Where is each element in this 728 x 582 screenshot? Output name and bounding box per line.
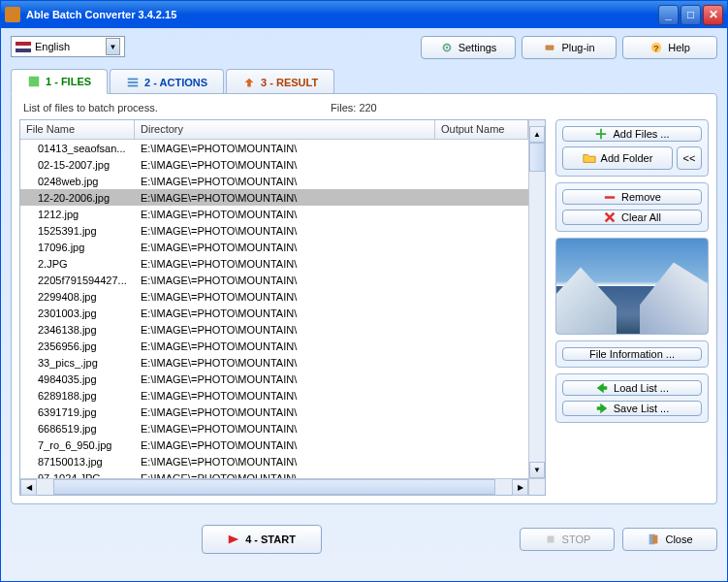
- expand-button[interactable]: <<: [677, 146, 702, 170]
- table-row[interactable]: 6686519.jpgE:\IMAGE\=PHOTO\MOUNTAIN\: [20, 420, 528, 436]
- minus-icon: [603, 190, 617, 204]
- svg-point-1: [445, 47, 448, 49]
- actions-icon: [126, 76, 140, 89]
- plus-icon: [594, 127, 608, 141]
- table-row[interactable]: 17096.jpgE:\IMAGE\=PHOTO\MOUNTAIN\: [20, 239, 528, 255]
- app-icon: [5, 7, 20, 22]
- table-row[interactable]: 6391719.jpgE:\IMAGE\=PHOTO\MOUNTAIN\: [20, 404, 528, 420]
- table-row[interactable]: 7_ro_6_950.jpgE:\IMAGE\=PHOTO\MOUNTAIN\: [20, 436, 528, 453]
- table-row[interactable]: 2356956.jpgE:\IMAGE\=PHOTO\MOUNTAIN\: [20, 338, 528, 354]
- cell-output: [435, 461, 528, 463]
- table-body[interactable]: 01413_seaofsan...E:\IMAGE\=PHOTO\MOUNTAI…: [20, 140, 528, 478]
- cell-output: [435, 263, 528, 265]
- cell-filename: 2356956.jpg: [20, 340, 135, 353]
- table-row[interactable]: 6289188.jpgE:\IMAGE\=PHOTO\MOUNTAIN\: [20, 387, 528, 404]
- svg-rect-10: [605, 196, 616, 199]
- tab-result[interactable]: 3 - RESULT: [226, 69, 334, 94]
- cell-filename: 2299408.jpg: [20, 290, 135, 304]
- language-select[interactable]: English ▼: [11, 36, 125, 57]
- help-button[interactable]: ? Help: [622, 36, 717, 59]
- maximize-button[interactable]: □: [681, 5, 701, 25]
- minimize-button[interactable]: _: [658, 5, 679, 25]
- clear-all-button[interactable]: Clear All: [562, 210, 702, 225]
- close-button[interactable]: Close: [622, 528, 717, 551]
- plugin-button[interactable]: Plug-in: [522, 36, 617, 59]
- col-directory[interactable]: Directory: [135, 120, 435, 139]
- table-row[interactable]: 2301003.jpgE:\IMAGE\=PHOTO\MOUNTAIN\: [20, 305, 528, 321]
- table-row[interactable]: 01413_seaofsan...E:\IMAGE\=PHOTO\MOUNTAI…: [20, 140, 528, 156]
- col-filename[interactable]: File Name: [20, 120, 135, 139]
- settings-label: Settings: [459, 42, 497, 53]
- table-row[interactable]: 1212.jpgE:\IMAGE\=PHOTO\MOUNTAIN\: [20, 206, 528, 222]
- close-window-button[interactable]: ✕: [703, 5, 723, 25]
- scroll-thumb[interactable]: [529, 143, 545, 172]
- add-folder-button[interactable]: Add Folder: [562, 146, 673, 170]
- cell-filename: 4984035.jpg: [20, 372, 135, 386]
- tab-files-label: 1 - FILES: [46, 76, 91, 87]
- add-folder-label: Add Folder: [601, 152, 653, 164]
- svg-text:?: ?: [653, 43, 659, 53]
- load-list-button[interactable]: Load List ...: [562, 380, 702, 396]
- table-row[interactable]: 0248web.jpgE:\IMAGE\=PHOTO\MOUNTAIN\: [20, 173, 528, 189]
- table-header: File Name Directory Output Name: [20, 120, 528, 140]
- stop-button[interactable]: STOP: [520, 528, 615, 551]
- list-header: List of files to batch process. Files: 2…: [19, 102, 709, 113]
- table-row[interactable]: 2346138.jpgE:\IMAGE\=PHOTO\MOUNTAIN\: [20, 321, 528, 338]
- remove-button[interactable]: Remove: [562, 189, 702, 205]
- table-row[interactable]: 1525391.jpgE:\IMAGE\=PHOTO\MOUNTAIN\: [20, 222, 528, 239]
- table-row[interactable]: 33_pics_.jpgE:\IMAGE\=PHOTO\MOUNTAIN\: [20, 354, 528, 371]
- table-row[interactable]: 02-15-2007.jpgE:\IMAGE\=PHOTO\MOUNTAIN\: [20, 156, 528, 173]
- file-count: Files: 220: [331, 102, 377, 113]
- cell-directory: E:\IMAGE\=PHOTO\MOUNTAIN\: [135, 274, 435, 287]
- svg-marker-13: [229, 535, 239, 544]
- cell-filename: 1525391.jpg: [20, 224, 135, 238]
- cell-directory: E:\IMAGE\=PHOTO\MOUNTAIN\: [135, 389, 435, 403]
- save-list-button[interactable]: Save List ...: [562, 401, 702, 416]
- cell-filename: 2.JPG: [20, 257, 135, 271]
- tab-actions[interactable]: 2 - ACTIONS: [110, 69, 224, 94]
- scroll-right-icon[interactable]: ▶: [512, 479, 528, 496]
- table-row[interactable]: 2.JPGE:\IMAGE\=PHOTO\MOUNTAIN\: [20, 255, 528, 272]
- cell-directory: E:\IMAGE\=PHOTO\MOUNTAIN\: [135, 471, 435, 479]
- remove-label: Remove: [621, 191, 661, 203]
- hscroll-thumb[interactable]: [53, 479, 495, 495]
- cell-output: [435, 395, 528, 397]
- table-row[interactable]: 2299408.jpgE:\IMAGE\=PHOTO\MOUNTAIN\: [20, 288, 528, 305]
- scroll-down-icon[interactable]: ▼: [529, 462, 545, 478]
- cell-filename: 2346138.jpg: [20, 323, 135, 337]
- result-icon: [242, 76, 256, 89]
- table-row[interactable]: 4984035.jpgE:\IMAGE\=PHOTO\MOUNTAIN\: [20, 371, 528, 387]
- file-info-button[interactable]: File Information ...: [562, 347, 702, 361]
- cell-filename: 6686519.jpg: [20, 422, 135, 436]
- cell-filename: 1212.jpg: [20, 208, 135, 221]
- tab-files[interactable]: 1 - FILES: [11, 69, 108, 94]
- cell-output: [435, 296, 528, 298]
- start-button[interactable]: 4 - START: [202, 525, 322, 554]
- files-icon: [27, 75, 41, 88]
- svg-marker-11: [597, 383, 608, 394]
- flag-icon: [16, 42, 31, 52]
- settings-button[interactable]: Settings: [421, 36, 516, 59]
- cell-output: [435, 312, 528, 314]
- vertical-scrollbar[interactable]: ▲ ▼: [528, 120, 545, 478]
- horizontal-scrollbar[interactable]: ◀ ▶: [20, 478, 545, 495]
- help-label: Help: [668, 42, 690, 53]
- svg-rect-7: [128, 81, 139, 83]
- scroll-left-icon[interactable]: ◀: [20, 479, 37, 496]
- table-row[interactable]: 87150013.jpgE:\IMAGE\=PHOTO\MOUNTAIN\: [20, 453, 528, 469]
- table-row[interactable]: 12-20-2006.jpgE:\IMAGE\=PHOTO\MOUNTAIN\: [20, 189, 528, 206]
- cell-directory: E:\IMAGE\=PHOTO\MOUNTAIN\: [135, 323, 435, 337]
- add-files-label: Add Files ...: [613, 128, 669, 140]
- table-row[interactable]: 2205f791594427...E:\IMAGE\=PHOTO\MOUNTAI…: [20, 272, 528, 288]
- file-table: File Name Directory Output Name 01413_se…: [19, 119, 546, 496]
- cell-output: [435, 444, 528, 446]
- gear-icon: [440, 41, 454, 54]
- add-files-button[interactable]: Add Files ...: [562, 126, 702, 142]
- col-output[interactable]: Output Name: [435, 120, 528, 139]
- tab-result-label: 3 - RESULT: [261, 77, 318, 88]
- cell-directory: E:\IMAGE\=PHOTO\MOUNTAIN\: [135, 224, 435, 238]
- scroll-up-icon[interactable]: ▲: [529, 126, 545, 143]
- table-row[interactable]: 97-1024.JPGE:\IMAGE\=PHOTO\MOUNTAIN\: [20, 469, 528, 478]
- titlebar[interactable]: Able Batch Converter 3.4.2.15 _ □ ✕: [1, 1, 727, 28]
- x-icon: [603, 210, 617, 224]
